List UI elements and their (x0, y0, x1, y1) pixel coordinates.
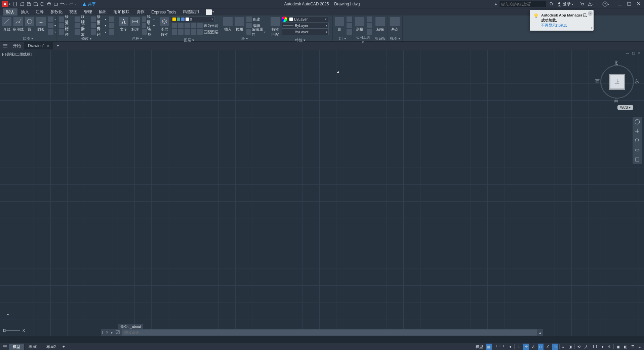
customize-icon[interactable]: ≡ (637, 344, 642, 350)
viewcube-west[interactable]: 西 (595, 78, 600, 84)
snap-dropdown-icon[interactable]: ▾ (508, 344, 513, 350)
panel-util-title[interactable]: 实用工具 ▾ (354, 35, 371, 45)
util-3-button[interactable] (366, 29, 373, 35)
line-button[interactable]: 直线 (1, 16, 12, 33)
group-edit-button[interactable] (346, 23, 353, 29)
redo-icon[interactable] (68, 1, 74, 7)
search-nav-icon[interactable]: ▸ (495, 2, 497, 6)
tab-express[interactable]: Express Tools (148, 9, 179, 15)
panel-block-title[interactable]: 块 ▾ (223, 36, 267, 41)
grid-toggle-icon[interactable]: ▦ (486, 344, 492, 350)
base-button[interactable]: 基点 (389, 16, 401, 33)
table-button[interactable]: 表格 (141, 29, 156, 35)
explode-button[interactable] (108, 23, 115, 29)
undo-dropdown-icon[interactable]: ▾ (66, 3, 68, 6)
viewcube-north[interactable]: 北 (614, 60, 618, 66)
notification-close-icon[interactable]: × (588, 11, 593, 16)
3dosnap-icon[interactable]: ∠ (545, 344, 551, 350)
scale-dropdown-icon[interactable]: ▾ (600, 344, 605, 350)
viewcube[interactable]: 上 北 南 东 西 (597, 60, 637, 104)
fullnav-icon[interactable] (634, 118, 641, 125)
polar-icon[interactable]: ✛ (523, 344, 529, 350)
notification-link[interactable]: 不再显示此消息 (541, 23, 590, 28)
isolate-icon[interactable]: ☰ (630, 344, 636, 350)
transparency-icon[interactable]: ◨ (567, 344, 573, 350)
panel-props-title[interactable]: 特性 ▾ (270, 38, 331, 43)
scale-indicator[interactable]: 1:1 (591, 344, 599, 350)
cycling-icon[interactable]: ⟲ (576, 344, 582, 350)
open-icon[interactable] (19, 1, 25, 7)
annoscale-icon[interactable]: 人 (583, 344, 590, 350)
notification-expand-icon[interactable]: ▾ (591, 26, 593, 30)
arc-button[interactable]: 圆弧 (36, 16, 46, 33)
paste-button[interactable]: 粘贴 (374, 16, 386, 33)
layout-model[interactable]: 模型 (9, 344, 25, 350)
measure-button[interactable]: 测量 (354, 16, 365, 33)
tab-drawing1[interactable]: Drawing1× (25, 42, 53, 49)
undo-icon[interactable] (59, 1, 66, 7)
layer-selector[interactable]: 0 (171, 16, 214, 22)
layer-row3[interactable]: 匹配图层 (171, 29, 219, 35)
panel-toggle-icon[interactable] (206, 9, 212, 15)
layout-add-button[interactable]: + (60, 344, 67, 349)
layer-row2[interactable]: 置为当前 (171, 23, 219, 29)
hatch-button[interactable]: ▾ (47, 23, 57, 29)
doc-list-icon[interactable] (1, 42, 9, 49)
panel-view-title[interactable]: 视图 ▾ (389, 36, 401, 41)
create-block-button[interactable]: 创建 (245, 16, 267, 22)
pan-icon[interactable] (634, 128, 641, 135)
test-block-button[interactable]: 检测 (234, 16, 245, 33)
autodesk-icon[interactable]: ▾ (587, 1, 594, 7)
ellipse-button[interactable]: ▾ (47, 29, 57, 35)
layer-props-button[interactable]: 图层 特性 (159, 16, 170, 38)
viewport-maximize-icon[interactable]: ▢ (632, 51, 637, 56)
app-icon[interactable]: A (2, 1, 8, 7)
tab-collab[interactable]: 协作 (133, 8, 148, 15)
login-button[interactable]: 登录 ▾ (557, 1, 573, 7)
orbit-icon[interactable] (634, 147, 641, 153)
save-icon[interactable] (26, 1, 32, 7)
otrack-icon[interactable]: ⊞ (552, 344, 558, 350)
close-icon[interactable] (637, 2, 641, 6)
gear-icon[interactable]: ✲ (606, 344, 612, 350)
stretch-button[interactable]: 拉伸 (58, 29, 73, 35)
group-select-button[interactable] (346, 29, 353, 35)
offset-button[interactable] (108, 29, 115, 35)
snap-toggle-icon[interactable]: ⋮⋮⋮ (493, 344, 507, 350)
search-icon[interactable] (548, 1, 555, 7)
status-model[interactable]: 模型 (474, 344, 484, 350)
command-drag-handle[interactable] (101, 331, 104, 334)
lineweight-selector[interactable]: ByLayer (282, 23, 329, 29)
lineweight-icon[interactable]: ≡ (561, 344, 566, 350)
tab-parametric[interactable]: 参数化 (47, 8, 66, 15)
panel-layers-title[interactable]: 图层 ▾ (159, 38, 219, 43)
tab-default[interactable]: 默认 (3, 8, 17, 15)
new-icon[interactable] (12, 1, 18, 7)
viewcube-south[interactable]: 南 (614, 98, 618, 104)
command-expand-icon[interactable]: ▴ (537, 330, 543, 335)
viewport-close-icon[interactable]: ✕ (638, 51, 643, 56)
text-button[interactable]: A文字 (118, 16, 129, 33)
layout-layout1[interactable]: 布局1 (25, 344, 42, 350)
array-button[interactable]: 阵列▾ (90, 29, 107, 35)
showmotion-icon[interactable] (634, 156, 641, 163)
rect-button[interactable]: ▾ (47, 16, 57, 22)
dimension-button[interactable]: 标注 (130, 16, 140, 33)
tab-featured[interactable]: 精选应用 (179, 8, 202, 15)
tab-insert[interactable]: 插入 (17, 8, 32, 15)
share-button[interactable]: 共享 (82, 1, 96, 7)
iso-icon[interactable]: ∠ (530, 344, 536, 350)
layout-layout2[interactable]: 布局2 (42, 344, 60, 350)
panel-modify-title[interactable]: 修改 ▾ (58, 36, 115, 41)
plot-icon[interactable] (46, 1, 52, 7)
new-tab-button[interactable]: + (54, 42, 62, 49)
command-close-icon[interactable]: × (104, 330, 110, 335)
panel-draw-title[interactable]: 绘图 ▾ (1, 36, 55, 41)
quickprops-icon[interactable]: ◧ (622, 344, 629, 350)
panel-clip-title[interactable]: 剪贴板 (374, 36, 386, 41)
cart-icon[interactable] (578, 1, 585, 7)
ungroup-button[interactable] (346, 16, 353, 22)
edit-attr-button[interactable]: 编辑属性▾ (245, 29, 267, 35)
ortho-icon[interactable]: ⊥ (516, 344, 522, 350)
osnap-icon[interactable]: ◻ (538, 344, 544, 350)
